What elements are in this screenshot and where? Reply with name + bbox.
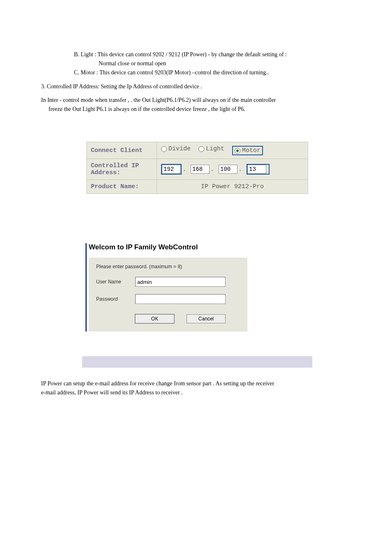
ip-octet-1[interactable] (162, 165, 181, 174)
password-input[interactable] (135, 294, 226, 304)
radio-label: Light (206, 145, 224, 152)
radio-icon (198, 146, 204, 152)
divider-bar (82, 356, 312, 368)
ip-octet-4[interactable] (247, 165, 266, 174)
text-line-b: B. Light : This device can control 9202 … (74, 51, 351, 58)
text-line-3: 3. Controlled IP Address: Setting the Ip… (41, 83, 351, 90)
text-inter-1: In Inter - control mode when transfer , … (41, 97, 351, 104)
login-panel: Please enter password. (maximum = 8) Use… (89, 258, 247, 332)
cancel-button[interactable]: Cancel (187, 314, 226, 323)
login-title: Welcom to IP Family WebControl (89, 243, 351, 251)
ip-octet-2[interactable] (191, 165, 210, 174)
final-para-2: e-mail address, IP Power will send its I… (41, 389, 351, 396)
login-section: Welcom to IP Family WebControl Please en… (85, 243, 351, 332)
radio-motor[interactable]: Motor (232, 146, 263, 155)
radio-divide[interactable]: Divide (161, 145, 191, 152)
username-label: User Name (96, 279, 135, 285)
connect-client-radios: Divide Light Motor (157, 142, 308, 159)
controlled-ip-value: . . . (157, 159, 308, 180)
connect-client-table: Connect Client Divide Light Motor Contro… (86, 142, 308, 194)
connect-client-label: Connect Client (87, 142, 157, 159)
ip-octet-3[interactable] (219, 165, 238, 174)
radio-label: Motor (242, 147, 261, 154)
radio-icon (235, 148, 240, 154)
text-inter-2: freeze the Out Light P6.1 is always on i… (48, 106, 351, 113)
username-input[interactable] (135, 277, 226, 287)
controlled-ip-label: Controlled IP Address: (87, 159, 157, 180)
radio-icon (161, 146, 167, 152)
text-line-b2: Normal close or normal open (99, 60, 351, 67)
product-name-value: IP Power 9212-Pro (157, 180, 308, 194)
text-line-c: C. Motor : This device can control 9203(… (74, 69, 351, 76)
final-para-1: IP Power can setup the e-mail address fo… (41, 380, 351, 387)
ok-button[interactable]: OK (135, 314, 174, 323)
radio-label: Divide (168, 145, 191, 152)
login-prompt: Please enter password. (maximum = 8) (96, 264, 240, 269)
radio-light[interactable]: Light (198, 145, 224, 152)
password-label: Password (96, 296, 135, 302)
product-name-label: Product Name: (87, 180, 157, 194)
